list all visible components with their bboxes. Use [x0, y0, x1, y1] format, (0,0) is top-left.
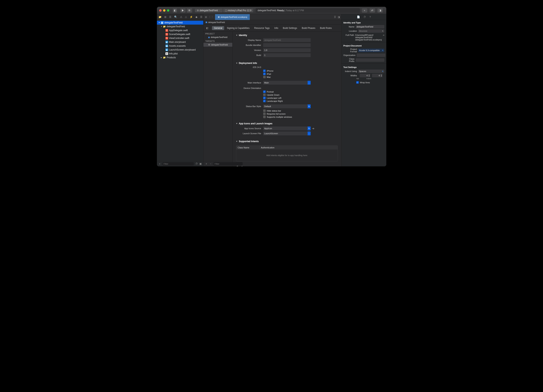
organization-field[interactable]: [357, 54, 385, 57]
display-name-field[interactable]: [263, 38, 311, 42]
bundle-id-field[interactable]: [263, 43, 311, 47]
tree-file[interactable]: SAppDelegate.swift: [157, 28, 203, 32]
tree-file[interactable]: ▦Assets.xcassets: [157, 44, 203, 48]
tree-file[interactable]: ◉Main.storyboard: [157, 40, 203, 44]
tab-info[interactable]: Info: [272, 26, 280, 30]
tab-width-stepper[interactable]: 4▲▼: [360, 74, 370, 77]
col-class-name[interactable]: Class Name: [236, 146, 260, 149]
portrait-checkbox[interactable]: ✓: [263, 90, 266, 93]
col-authentication[interactable]: Authentication: [260, 146, 338, 149]
insp-name-field[interactable]: [356, 25, 384, 28]
stepper-icon: ▲▼: [368, 74, 370, 77]
editor-segment-bar: ◧ General Signing & Capabilities Resourc…: [204, 25, 341, 32]
breakpoint-navigator-icon[interactable]: ◆: [195, 16, 198, 18]
file-inspector-icon[interactable]: 📄: [357, 16, 360, 18]
debug-navigator-icon[interactable]: ⚡: [190, 16, 193, 18]
tab-build-phases[interactable]: Build Phases: [300, 26, 317, 30]
deployment-header[interactable]: ▼Deployment Info: [236, 62, 338, 65]
editor-options-icon[interactable]: ☰: [334, 16, 336, 18]
editor-area: ⊞ 〈 〉 ▣ delegateTextField.xcodeproj ☰ ◨ …: [204, 14, 341, 166]
landscape-left-checkbox[interactable]: ✓: [263, 97, 266, 99]
tree-products[interactable]: ▶📁 Products: [157, 55, 203, 60]
jump-bar[interactable]: ▣ delegateTextField: [204, 20, 341, 25]
app-icons-source-select[interactable]: AppIcon⇅: [263, 127, 311, 130]
run-button[interactable]: [180, 8, 186, 13]
minimize-button[interactable]: [163, 9, 165, 12]
tab-signing[interactable]: Signing & Capabilities: [225, 26, 252, 30]
remove-target-button[interactable]: －: [209, 162, 212, 166]
toggle-navigator-button[interactable]: ◧: [173, 8, 177, 13]
report-navigator-icon[interactable]: ☰: [200, 16, 203, 18]
upside-down-checkbox[interactable]: [263, 94, 266, 96]
stop-button[interactable]: [187, 8, 192, 13]
history-inspector-icon[interactable]: ⏱: [363, 16, 366, 18]
tree-file[interactable]: SViewController.swift: [157, 36, 203, 40]
launch-screen-select[interactable]: LaunchScreen⌄: [263, 132, 311, 135]
related-items-icon[interactable]: ⊞: [205, 16, 207, 18]
toggle-outline-icon[interactable]: ◧: [206, 27, 209, 29]
back-button[interactable]: 〈: [208, 15, 210, 19]
xcode-window: ◧ ⚙︎ delegateTextField 〉 ▢ mickey's iPad…: [157, 7, 386, 166]
swift-icon: S: [165, 29, 168, 32]
tab-resource-tags[interactable]: Resource Tags: [252, 26, 272, 30]
go-to-asset-icon[interactable]: ➜: [312, 127, 314, 130]
identity-header[interactable]: ▼Identity: [236, 34, 338, 37]
location-select[interactable]: Absolute⇅: [358, 29, 384, 33]
app-icons-header[interactable]: ▼App Icons and Launch Images: [236, 122, 338, 125]
wrap-lines-checkbox[interactable]: ✓: [356, 81, 359, 84]
destination-selector[interactable]: ▢ mickey's iPad Pro 12.9: [223, 9, 254, 12]
project-item[interactable]: ▣delegateTextField: [204, 35, 232, 39]
test-navigator-icon[interactable]: ◇: [185, 16, 187, 18]
adjust-editor-icon[interactable]: ◨: [338, 16, 340, 18]
mac-checkbox[interactable]: [263, 76, 266, 78]
intents-header[interactable]: ▼Supported Intents: [236, 140, 338, 143]
indent-width-stepper[interactable]: 4▲▼: [372, 74, 383, 77]
status-bar-select[interactable]: Default⇅: [263, 104, 311, 108]
tab-build-rules[interactable]: Build Rules: [318, 26, 334, 30]
editor-tab[interactable]: ▣ delegateTextField.xcodeproj: [215, 14, 250, 20]
full-screen-checkbox[interactable]: [263, 112, 266, 115]
landscape-right-checkbox[interactable]: ✓: [263, 100, 266, 102]
close-button[interactable]: [159, 9, 162, 12]
hide-status-checkbox[interactable]: [263, 110, 266, 112]
project-navigator-icon[interactable]: 📁: [158, 16, 162, 18]
version-field[interactable]: [263, 48, 311, 52]
target-filter-input[interactable]: [214, 162, 243, 166]
indent-using-select[interactable]: Spaces⇅: [358, 70, 384, 73]
reveal-icon[interactable]: ➜: [383, 34, 384, 36]
chevron-down-icon: ⌄: [308, 132, 311, 135]
issue-navigator-icon[interactable]: ⚠: [180, 16, 182, 18]
build-field[interactable]: [263, 53, 311, 57]
filter-input[interactable]: [163, 162, 194, 166]
forward-button[interactable]: 〉: [212, 15, 214, 19]
tree-file[interactable]: ◉LaunchScreen.storyboard: [157, 48, 203, 52]
main-interface-select[interactable]: Main⌄: [263, 81, 311, 85]
tree-file[interactable]: SSceneDelegate.swift: [157, 32, 203, 36]
tab-build-settings[interactable]: Build Settings: [281, 26, 299, 30]
code-review-button[interactable]: ⇄: [370, 8, 375, 13]
add-target-button[interactable]: ＋: [205, 162, 208, 166]
tree-root[interactable]: ▼▣ delegateTextField: [157, 21, 203, 25]
target-item[interactable]: ⚙︎delegateTextField: [204, 43, 232, 47]
titlebar: ◧ ⚙︎ delegateTextField 〉 ▢ mickey's iPad…: [157, 7, 386, 14]
tree-group[interactable]: ▼📁 delegateTextField: [157, 25, 203, 28]
tab-general[interactable]: General: [212, 26, 224, 30]
find-navigator-icon[interactable]: 🔍: [174, 16, 177, 18]
recent-filter-icon[interactable]: ⏱: [195, 162, 198, 165]
zoom-button[interactable]: [167, 9, 169, 12]
multi-window-checkbox[interactable]: [263, 116, 266, 118]
chevron-right-icon: 〉: [219, 9, 221, 12]
source-control-navigator-icon[interactable]: ⊞: [164, 16, 166, 18]
class-prefix-field[interactable]: [356, 58, 384, 62]
iphone-checkbox[interactable]: ✓: [263, 70, 266, 72]
toggle-inspector-button[interactable]: ◨: [377, 8, 383, 13]
ipad-checkbox[interactable]: ✓: [263, 73, 266, 75]
library-button[interactable]: ＋: [362, 8, 367, 13]
tree-file[interactable]: ≣Info.plist: [157, 52, 203, 55]
add-button[interactable]: ＋: [158, 162, 161, 166]
scm-filter-icon[interactable]: ▣: [199, 162, 202, 165]
symbol-navigator-icon[interactable]: ☰: [169, 16, 171, 18]
help-inspector-icon[interactable]: ?: [369, 16, 371, 18]
scheme-selector[interactable]: ⚙︎ delegateTextField 〉: [195, 9, 223, 12]
project-format-select[interactable]: Xcode 9.3-compatible⇅: [358, 49, 384, 52]
